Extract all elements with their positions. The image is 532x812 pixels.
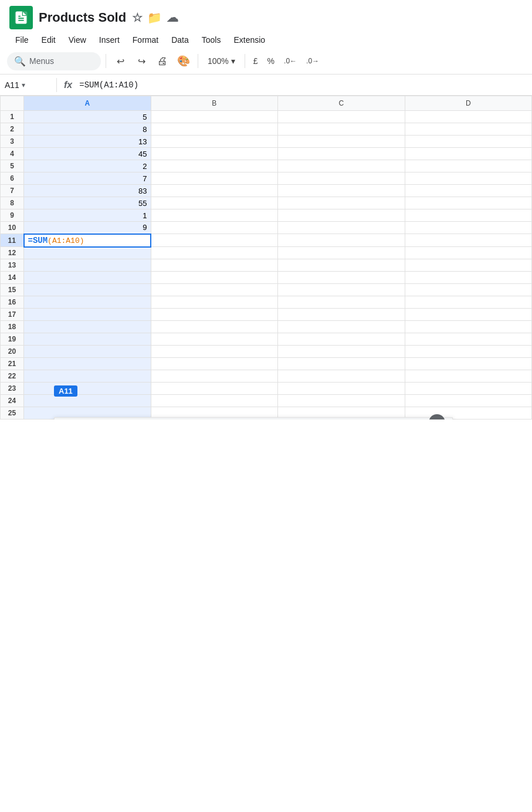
cell-b8[interactable] (151, 197, 278, 209)
cell-d20[interactable] (405, 346, 532, 358)
cell-d11[interactable] (405, 234, 532, 247)
document-title[interactable]: Products Sold (39, 10, 126, 25)
cell-b22[interactable] (151, 370, 278, 383)
cell-c23[interactable] (278, 383, 405, 395)
row-num-1[interactable]: 1 (1, 111, 24, 123)
cell-b4[interactable] (151, 148, 278, 160)
cell-b5[interactable] (151, 160, 278, 172)
row-num-20[interactable]: 20 (1, 346, 24, 358)
cell-a2[interactable]: 8 (24, 123, 151, 136)
cell-d15[interactable] (405, 284, 532, 296)
cell-c9[interactable] (278, 209, 405, 222)
row-num-14[interactable]: 14 (1, 272, 24, 284)
row-num-7[interactable]: 7 (1, 185, 24, 197)
cell-a14[interactable] (24, 272, 151, 284)
cell-c18[interactable] (278, 321, 405, 333)
col-header-c[interactable]: C (278, 96, 405, 111)
cell-a18[interactable] (24, 321, 151, 333)
row-num-4[interactable]: 4 (1, 148, 24, 160)
cell-a3[interactable]: 13 (24, 136, 151, 148)
cell-c12[interactable] (278, 247, 405, 259)
menu-tools[interactable]: Tools (196, 33, 227, 47)
cell-b16[interactable] (151, 296, 278, 309)
cell-c3[interactable] (278, 136, 405, 148)
cell-a7[interactable]: 83 (24, 185, 151, 197)
row-num-12[interactable]: 12 (1, 247, 24, 259)
currency-button[interactable]: £ (250, 54, 262, 68)
cell-a23[interactable] (24, 383, 151, 395)
cell-d14[interactable] (405, 272, 532, 284)
cell-d9[interactable] (405, 209, 532, 222)
folder-icon[interactable]: 📁 (147, 11, 162, 25)
cell-d4[interactable] (405, 148, 532, 160)
cell-b14[interactable] (151, 272, 278, 284)
row-num-25[interactable]: 25 (1, 407, 24, 419)
row-num-8[interactable]: 8 (1, 197, 24, 209)
row-num-17[interactable]: 17 (1, 309, 24, 321)
cell-b11[interactable] (151, 234, 278, 247)
cell-d3[interactable] (405, 136, 532, 148)
cell-ref-arrow[interactable]: ▾ (22, 81, 25, 89)
cell-d6[interactable] (405, 172, 532, 185)
cloud-icon[interactable]: ☁ (167, 11, 178, 25)
row-num-3[interactable]: 3 (1, 136, 24, 148)
cell-a1[interactable]: 5 (24, 111, 151, 123)
cell-c13[interactable] (278, 259, 405, 272)
cell-b12[interactable] (151, 247, 278, 259)
cell-b13[interactable] (151, 259, 278, 272)
cell-b18[interactable] (151, 321, 278, 333)
cell-c4[interactable] (278, 148, 405, 160)
cell-d19[interactable] (405, 333, 532, 346)
row-num-22[interactable]: 22 (1, 370, 24, 383)
cell-ref-value[interactable]: A11 (5, 80, 19, 90)
menu-extensions[interactable]: Extensio (228, 33, 271, 47)
cell-b7[interactable] (151, 185, 278, 197)
cell-b10[interactable] (151, 222, 278, 234)
cell-d10[interactable] (405, 222, 532, 234)
cell-c10[interactable] (278, 222, 405, 234)
menu-edit[interactable]: Edit (36, 33, 62, 47)
cell-a15[interactable] (24, 284, 151, 296)
formula-content[interactable]: =SUM(A1:A10) (79, 80, 138, 90)
cell-a4[interactable]: 45 (24, 148, 151, 160)
cell-b24[interactable] (151, 395, 278, 407)
cell-c8[interactable] (278, 197, 405, 209)
row-num-10[interactable]: 10 (1, 222, 24, 234)
cell-a9[interactable]: 1 (24, 209, 151, 222)
cell-c15[interactable] (278, 284, 405, 296)
row-num-16[interactable]: 16 (1, 296, 24, 309)
menu-data[interactable]: Data (165, 33, 195, 47)
cell-a10[interactable]: 9 (24, 222, 151, 234)
cell-b9[interactable] (151, 209, 278, 222)
row-num-2[interactable]: 2 (1, 123, 24, 136)
cell-c17[interactable] (278, 309, 405, 321)
cell-d24[interactable] (405, 395, 532, 407)
autocomplete-item-0[interactable]: SUM(A1:A10) 228 (55, 418, 452, 419)
cell-c14[interactable] (278, 272, 405, 284)
cell-c7[interactable] (278, 185, 405, 197)
cell-c2[interactable] (278, 123, 405, 136)
cell-b17[interactable] (151, 309, 278, 321)
cell-a13[interactable] (24, 259, 151, 272)
cell-a24[interactable] (24, 395, 151, 407)
cell-c19[interactable] (278, 333, 405, 346)
cell-a11[interactable]: =SUM(A1:A10) (24, 234, 151, 247)
cell-d16[interactable] (405, 296, 532, 309)
cell-a19[interactable] (24, 333, 151, 346)
row-num-24[interactable]: 24 (1, 395, 24, 407)
cell-d23[interactable] (405, 383, 532, 395)
increase-decimal-button[interactable]: .0→ (303, 55, 323, 67)
cell-d12[interactable] (405, 247, 532, 259)
cell-a22[interactable] (24, 370, 151, 383)
row-num-5[interactable]: 5 (1, 160, 24, 172)
cell-d2[interactable] (405, 123, 532, 136)
cell-a17[interactable] (24, 309, 151, 321)
row-num-13[interactable]: 13 (1, 259, 24, 272)
col-header-d[interactable]: D (405, 96, 532, 111)
row-num-6[interactable]: 6 (1, 172, 24, 185)
menu-file[interactable]: File (9, 33, 35, 47)
cell-a8[interactable]: 55 (24, 197, 151, 209)
cell-a20[interactable] (24, 346, 151, 358)
menu-view[interactable]: View (63, 33, 92, 47)
cell-b21[interactable] (151, 358, 278, 370)
